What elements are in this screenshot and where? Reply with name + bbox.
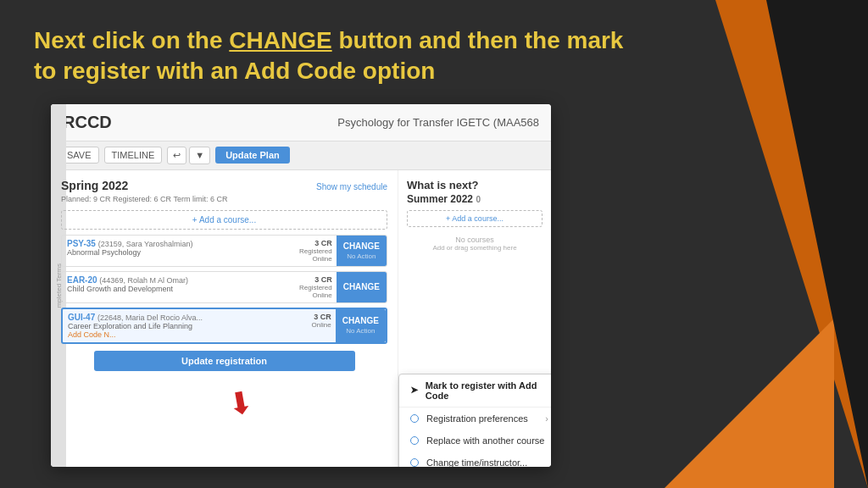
course-info-gui: GUI-47 (22648, Maria Del Rocio Alva... C… (63, 309, 308, 342)
headline: Next click on the CHANGE button and then… (34, 25, 627, 87)
course-row-ear: EAR-20 (44369, Rolah M Al Omar) Child Gr… (61, 271, 387, 303)
update-registration-button[interactable]: Update registration (94, 351, 355, 371)
credits-row: Planned: 9 CR Registered: 6 CR Term limi… (61, 195, 387, 203)
rccd-logo: RCCD (63, 113, 112, 132)
dropdown-item-reg-preferences[interactable]: Registration preferences › (399, 408, 551, 430)
course-addcode-gui: Add Code N... (68, 330, 303, 339)
left-panel: Spring 2022 Show my schedule Planned: 9 … (51, 170, 398, 467)
add-course-button-left[interactable]: + Add a course... (61, 210, 387, 230)
course-row-gui: GUI-47 (22648, Maria Del Rocio Alva... C… (61, 308, 387, 344)
course-info-psy: PSY-35 (23159, Sara Yaroshalmian) Abnorm… (62, 236, 295, 266)
headline-change-word: CHANGE (229, 27, 331, 53)
what-is-next-title: What is next? (407, 179, 542, 191)
course-desc-psy: Abnormal Psychology (67, 248, 290, 257)
rccd-title: Psychology for Transfer IGETC (MAA568 (337, 116, 539, 129)
red-arrow-indicator: ⬇ (225, 384, 257, 424)
show-my-schedule[interactable]: Show my schedule (316, 182, 387, 191)
dropdown-item-replace-course[interactable]: Replace with another course (399, 430, 551, 452)
timeline-button[interactable]: TIMELINE (104, 147, 163, 164)
arrow-right-icon: ➤ (409, 385, 419, 396)
circle-icon-3 (409, 458, 420, 467)
main-content: Spring 2022 Show my schedule Planned: 9 … (51, 170, 551, 467)
course-meta-gui: 3 CR Online (308, 309, 336, 342)
summer-2022-title: Summer 2022 0 (407, 193, 542, 205)
toolbar: SAVE TIMELINE ↩ ▼ Update Plan (51, 141, 551, 170)
redo-button[interactable]: ▼ (189, 147, 210, 164)
circle-icon-2 (409, 435, 420, 446)
change-button-gui[interactable]: CHANGE No Action (336, 309, 386, 342)
no-courses-label: No courses (407, 236, 542, 244)
course-desc-gui: Career Exploration and Life Planning (68, 322, 303, 330)
dropdown-item-change-time[interactable]: Change time/instructor... (399, 452, 551, 467)
change-button-psy[interactable]: CHANGE No Action (337, 236, 387, 266)
add-drag-hint: Add or drag something here (407, 244, 542, 252)
course-name-gui: GUI-47 (22648, Maria Del Rocio Alva... (68, 313, 303, 322)
undo-button[interactable]: ↩ (167, 147, 186, 164)
dropdown-menu: ➤ Mark to register with Add Code Registr… (398, 374, 551, 467)
course-meta-ear: 3 CR Registered Online (295, 272, 337, 302)
update-plan-button[interactable]: Update Plan (215, 147, 290, 164)
screenshot-container: mpleted Terms RCCD Psychology for Transf… (51, 104, 551, 467)
add-course-button-right[interactable]: + Add a course... (407, 210, 542, 227)
course-info-ear: EAR-20 (44369, Rolah M Al Omar) Child Gr… (62, 272, 295, 302)
course-desc-ear: Child Growth and Development (67, 285, 290, 293)
spring-2022-title: Spring 2022 (61, 179, 128, 192)
course-meta-psy: 3 CR Registered Online (295, 236, 337, 266)
course-name-ear: EAR-20 (44369, Rolah M Al Omar) (67, 275, 290, 285)
course-row-psy: PSY-35 (23159, Sara Yaroshalmian) Abnorm… (61, 235, 387, 267)
course-name-psy: PSY-35 (23159, Sara Yaroshalmian) (67, 239, 290, 248)
rccd-header: RCCD Psychology for Transfer IGETC (MAA5… (51, 104, 551, 141)
change-button-ear[interactable]: CHANGE (337, 272, 387, 302)
dropdown-item-mark-register[interactable]: ➤ Mark to register with Add Code (399, 374, 551, 407)
headline-part1: Next click on the (34, 27, 229, 53)
circle-icon-1 (409, 413, 420, 424)
right-panel: What is next? Summer 2022 0 + Add a cour… (398, 170, 551, 467)
